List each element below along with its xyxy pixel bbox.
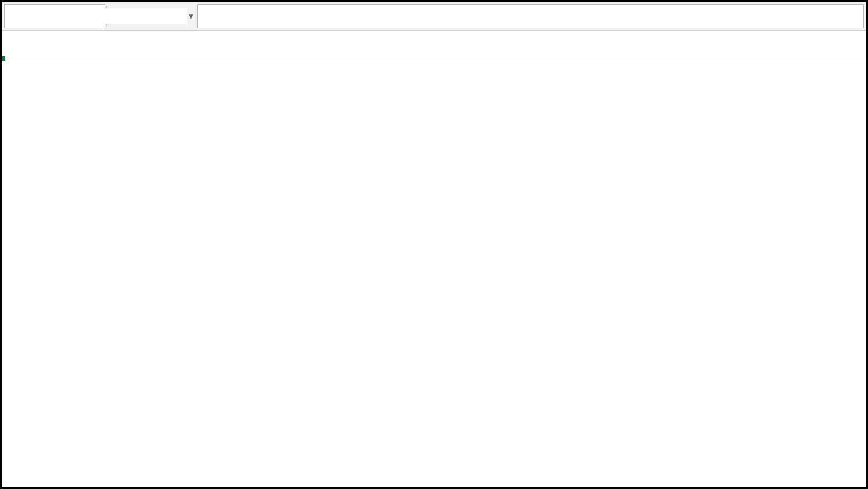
- name-box-dropdown[interactable]: ▼: [187, 5, 194, 28]
- name-box-wrap[interactable]: ▼: [4, 4, 105, 28]
- formula-bar: ▼ ✕ ✓ fx: [2, 2, 866, 31]
- active-cell-outline: [2, 57, 5, 61]
- name-box[interactable]: [5, 8, 187, 24]
- ribbon-collapsed-area: [2, 31, 866, 57]
- formula-input[interactable]: [197, 4, 864, 28]
